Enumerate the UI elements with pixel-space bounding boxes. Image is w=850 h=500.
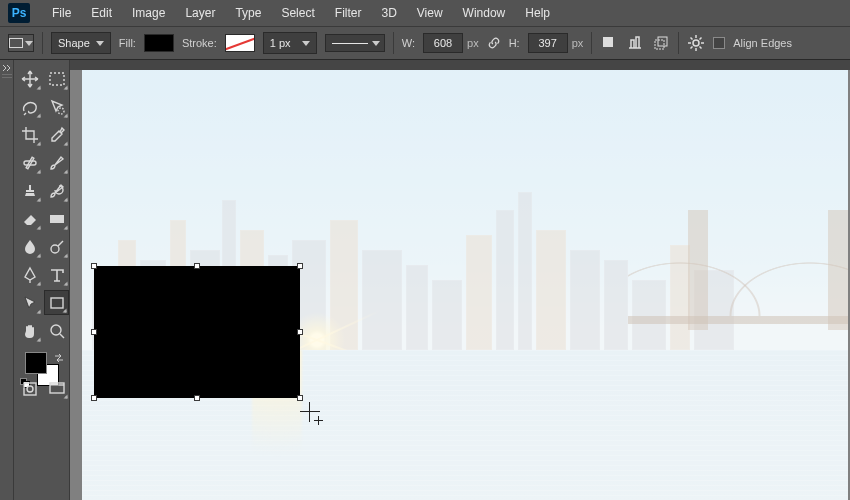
fill-color-swatch[interactable] (144, 34, 174, 52)
stroke-style-dropdown[interactable] (325, 34, 385, 52)
canvas-area (70, 70, 850, 500)
hand-tool[interactable] (17, 318, 42, 343)
stroke-width-value: 1 px (270, 37, 291, 49)
width-unit: px (467, 37, 479, 49)
zoom-tool[interactable] (44, 318, 69, 343)
eraser-tool[interactable] (17, 206, 42, 231)
link-wh-icon[interactable] (487, 36, 501, 50)
document-tab-strip[interactable] (70, 60, 850, 70)
width-input[interactable] (423, 33, 463, 53)
blur-tool[interactable] (17, 234, 42, 259)
dodge-tool[interactable] (44, 234, 69, 259)
menu-view[interactable]: View (409, 2, 451, 24)
left-side-area (0, 60, 70, 500)
width-label: W: (402, 37, 415, 49)
menu-help[interactable]: Help (517, 2, 558, 24)
path-select-tool[interactable] (17, 290, 42, 315)
stroke-color-swatch[interactable] (225, 34, 255, 52)
app-logo-icon: Ps (8, 3, 30, 23)
brush-tool[interactable] (44, 150, 69, 175)
svg-point-9 (51, 245, 59, 253)
menu-image[interactable]: Image (124, 2, 173, 24)
lasso-tool[interactable] (17, 94, 42, 119)
path-operations-icon[interactable] (600, 34, 618, 52)
shape-options-gear-icon[interactable] (687, 34, 705, 52)
chevron-down-icon (96, 41, 104, 46)
svg-point-3 (693, 40, 699, 46)
gradient-tool[interactable] (44, 206, 69, 231)
svg-rect-10 (51, 298, 63, 308)
panel-grip-icon (2, 74, 12, 80)
menu-layer[interactable]: Layer (177, 2, 223, 24)
expand-panels-icon[interactable] (2, 64, 12, 72)
svg-rect-0 (603, 37, 613, 47)
fill-label: Fill: (119, 37, 136, 49)
height-label: H: (509, 37, 520, 49)
separator (591, 32, 592, 54)
history-brush-tool[interactable] (44, 178, 69, 203)
menu-edit[interactable]: Edit (83, 2, 120, 24)
height-unit: px (572, 37, 584, 49)
menu-file[interactable]: File (44, 2, 79, 24)
menu-3d[interactable]: 3D (373, 2, 404, 24)
height-input[interactable] (528, 33, 568, 53)
menu-type[interactable]: Type (227, 2, 269, 24)
drawn-rectangle-shape[interactable] (94, 266, 300, 398)
svg-rect-1 (655, 40, 664, 49)
path-arrangement-icon[interactable] (652, 34, 670, 52)
tool-preset-picker[interactable] (8, 34, 34, 52)
tool-mode-label: Shape (58, 37, 90, 49)
options-bar: Shape Fill: Stroke: 1 px W: px H: px Ali… (0, 26, 850, 60)
screen-mode-toggle[interactable] (44, 378, 69, 400)
rectangle-shape-tool[interactable] (44, 290, 69, 315)
menu-select[interactable]: Select (273, 2, 322, 24)
svg-point-13 (27, 386, 33, 392)
document-canvas[interactable] (82, 70, 848, 500)
crop-tool[interactable] (17, 122, 42, 147)
tool-mode-dropdown[interactable]: Shape (51, 32, 111, 54)
svg-point-11 (51, 325, 61, 335)
path-alignment-icon[interactable] (626, 34, 644, 52)
chevron-down-icon (302, 41, 310, 46)
move-tool[interactable] (17, 66, 42, 91)
healing-brush-tool[interactable] (17, 150, 42, 175)
quick-mask-toggle[interactable] (17, 378, 42, 400)
svg-rect-2 (658, 37, 667, 46)
menu-filter[interactable]: Filter (327, 2, 370, 24)
svg-rect-7 (50, 215, 64, 223)
rect-marquee-tool[interactable] (44, 66, 69, 91)
separator (678, 32, 679, 54)
toolbox (14, 60, 70, 500)
separator (42, 32, 43, 54)
chevron-down-icon (372, 41, 380, 46)
swap-colors-icon[interactable] (53, 352, 65, 364)
align-edges-label: Align Edges (733, 37, 792, 49)
stroke-label: Stroke: (182, 37, 217, 49)
align-edges-checkbox[interactable] (713, 37, 725, 49)
svg-rect-4 (50, 73, 64, 85)
menu-bar: Ps File Edit Image Layer Type Select Fil… (0, 0, 850, 26)
type-tool[interactable] (44, 262, 69, 287)
foreground-color-swatch[interactable] (25, 352, 47, 374)
collapsed-panel-strip[interactable] (0, 60, 14, 500)
clone-stamp-tool[interactable] (17, 178, 42, 203)
menu-window[interactable]: Window (455, 2, 514, 24)
pen-tool[interactable] (17, 262, 42, 287)
stroke-width-dropdown[interactable]: 1 px (263, 32, 317, 54)
eyedropper-tool[interactable] (44, 122, 69, 147)
quick-select-tool[interactable] (44, 94, 69, 119)
separator (393, 32, 394, 54)
